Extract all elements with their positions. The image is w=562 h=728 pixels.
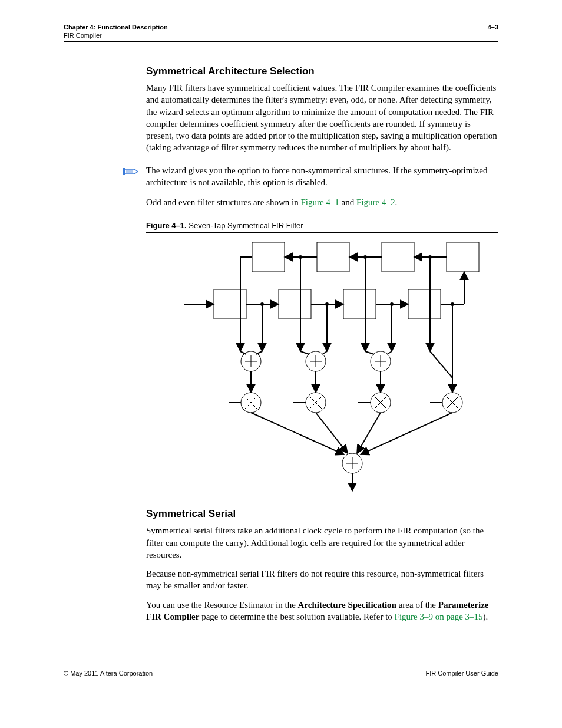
figure-caption: Figure 4–1. Seven-Tap Symmetrical FIR Fi… [146,221,498,230]
header-subtitle: FIR Compiler [64,32,498,39]
figure-bottom-rule [146,496,498,496]
svg-rect-16 [343,289,376,319]
footer-left: © May 2011 Altera Corporation [64,670,153,677]
svg-rect-14 [214,289,246,319]
multiplier-icon [306,393,326,413]
svg-line-45 [300,351,309,354]
figure-label: Figure 4–1. [146,221,187,230]
svg-line-72 [251,413,344,454]
svg-line-50 [365,351,374,354]
adder-icon [241,351,261,371]
paragraph: Symmetrical serial filters take an addit… [146,525,498,561]
svg-rect-6 [382,242,414,272]
multiplier-icon [241,393,261,413]
adder-icon [342,453,362,473]
svg-rect-4 [252,242,285,272]
multiplier-icon [442,393,462,413]
paragraph: Odd and even filter structures are shown… [146,196,498,208]
page-number: 4–3 [488,24,498,31]
chapter-label: Chapter 4: Functional Description [64,24,168,31]
multiplier-icon [371,393,391,413]
svg-rect-17 [408,289,441,319]
svg-line-75 [361,413,452,454]
paragraph: You can use the Resource Estimator in th… [146,599,498,623]
link-figure-4-1[interactable]: Figure 4–1 [300,197,339,207]
note-block: The wizard gives you the option to force… [123,164,498,189]
link-figure-3-9[interactable]: Figure 3–9 on page 3–15 [395,612,483,621]
header-rule [64,41,498,42]
svg-rect-5 [317,242,349,272]
svg-line-52 [430,351,452,378]
link-figure-4-2[interactable]: Figure 4–2 [356,197,395,207]
svg-line-73 [316,413,348,453]
paragraph: Many FIR filters have symmetrical coeffi… [146,82,498,154]
svg-rect-7 [447,242,479,272]
figure-title: Seven-Tap Symmetrical FIR Filter [189,221,303,230]
svg-line-46 [322,351,327,354]
running-footer: © May 2011 Altera Corporation FIR Compil… [64,670,498,677]
svg-line-51 [387,351,392,354]
running-header: Chapter 4: Functional Description 4–3 [64,24,498,31]
paragraph: Because non-symmetrical serial FIR filte… [146,568,498,592]
figure-diagram [146,233,498,496]
footer-right: FIR Compiler User Guide [426,670,498,677]
section-title-symmetrical-serial: Symmetrical Serial [146,508,498,520]
hand-point-icon [123,166,146,177]
note-text: The wizard gives you the option to force… [146,164,498,189]
svg-rect-15 [279,289,311,319]
section-title-symmetrical-architecture: Symmetrical Architecture Selection [146,65,498,77]
